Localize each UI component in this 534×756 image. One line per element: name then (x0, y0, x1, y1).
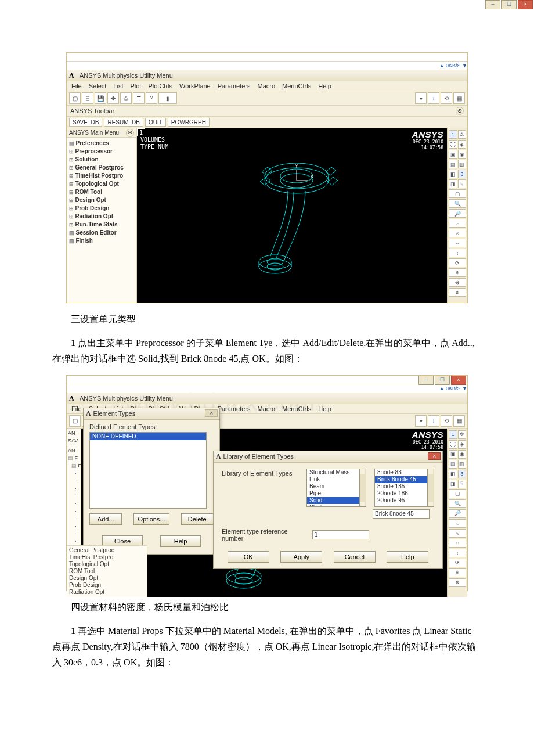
pan-ud-b-icon[interactable]: ↕ (449, 549, 466, 557)
tree-timehist-postpro[interactable]: TimeHist Postpro (69, 172, 134, 180)
quit-button[interactable]: QUIT (145, 118, 166, 127)
lib-type-4[interactable]: 20node 95 (375, 497, 427, 504)
zoom-in-icon[interactable]: 🔍 (449, 199, 466, 208)
tree3-rom[interactable]: ROM Tool (69, 568, 145, 575)
tree2-leaf6[interactable]: · (68, 507, 80, 515)
view-obl-b-icon[interactable]: ◈ (458, 440, 467, 449)
menu-macro[interactable]: Macro (258, 82, 276, 89)
zoom-win-icon[interactable]: ⌕ (449, 219, 466, 228)
tree2-leaf4[interactable]: · (68, 492, 80, 500)
tree-general-postproc[interactable]: General Postproc (69, 164, 134, 172)
lib-type-3[interactable]: 20node 186 (375, 490, 427, 497)
tree3-rad[interactable]: Radiation Opt (69, 589, 145, 596)
tree3-timehist[interactable]: TimeHist Postpro (69, 554, 145, 561)
tree-radiation-opt[interactable]: Radiation Opt (69, 213, 134, 221)
view-left-icon[interactable]: ◧ (449, 170, 457, 178)
menu-file-2[interactable]: File (71, 405, 82, 412)
rotate-b-icon[interactable]: ⟳ (449, 559, 466, 567)
view-right-icon[interactable]: ◨ (449, 179, 457, 188)
lib-cancel-button[interactable]: Cancel (334, 551, 376, 563)
new-icon[interactable]: ▢ (69, 92, 81, 104)
tree-preprocessor[interactable]: Preprocessor (69, 147, 134, 156)
menu-parameters-2[interactable]: Parameters (218, 405, 251, 412)
view-3-b[interactable]: 3 (458, 470, 467, 478)
view-3[interactable]: 3 (458, 170, 467, 178)
tree2-leaf8[interactable]: · (68, 523, 80, 530)
lib-help-button[interactable]: Help (387, 551, 428, 563)
raise-hidden-icon-2[interactable]: ↕ (428, 415, 439, 427)
tree2-leaf2[interactable]: · (68, 477, 80, 485)
view-box-icon[interactable]: ▢ (449, 189, 466, 198)
rotate-icon[interactable]: ⟳ (449, 258, 466, 267)
tree2-leaf1[interactable]: · (68, 470, 80, 477)
et-help-button[interactable]: Help (160, 535, 201, 547)
zoom-back-b-icon[interactable]: ⍉ (449, 529, 466, 538)
view-right-b-icon[interactable]: ◨ (449, 480, 457, 488)
powrgrph-button[interactable]: POWRGRPH (168, 118, 210, 127)
command-input[interactable]: ▮ (158, 92, 177, 104)
resum-db-button[interactable]: RESUM_DB (104, 118, 143, 127)
view-pick-b-icon[interactable]: ☟ (458, 480, 467, 488)
rate-down-icon[interactable]: ⇟ (449, 288, 466, 297)
tree2-leaf7[interactable]: · (68, 515, 80, 523)
zoom-back-icon[interactable]: ⍉ (449, 229, 466, 237)
tree-solution[interactable]: Solution (69, 156, 134, 164)
window-maximize-2[interactable]: ☐ (435, 376, 450, 385)
lib-ok-button[interactable]: OK (228, 551, 269, 563)
view-oblique-icon[interactable]: ◈ (458, 140, 467, 149)
zoom-in-b-icon[interactable]: 🔍 (449, 499, 466, 508)
tree-preferences[interactable]: Preferences (69, 139, 134, 147)
lib-type-1[interactable]: Brick 8node 45 (375, 476, 427, 483)
et-none-defined[interactable]: NONE DEFINED (90, 433, 206, 440)
pan-lr-b-icon[interactable]: ↔ (449, 539, 466, 548)
menu-list[interactable]: List (113, 82, 123, 89)
toolbar-collapse-icon[interactable]: ⦿ (456, 107, 464, 115)
et-delete-button[interactable]: Delete (181, 513, 214, 525)
view-iso-b-icon[interactable]: ✲ (458, 430, 467, 439)
tree-finish[interactable]: Finish (69, 237, 134, 245)
menu-workplane[interactable]: WorkPlane (179, 82, 211, 89)
tree-runtime-stats[interactable]: Run-Time Stats (69, 221, 134, 229)
save-db-button[interactable]: SAVE_DB (69, 118, 102, 127)
contact-icon-2[interactable]: ▦ (453, 415, 465, 427)
rate-up-icon[interactable]: ⇞ (449, 268, 466, 277)
lib-close-icon[interactable]: ✕ (428, 452, 441, 460)
lib-cat-link[interactable]: Link (307, 476, 359, 483)
lib-apply-button[interactable]: Apply (280, 551, 322, 563)
menu-menuctrls-2[interactable]: MenuCtrls (282, 405, 311, 412)
dropdown-icon-2[interactable]: ▾ (415, 415, 427, 427)
main-menu-collapse-icon[interactable]: ⦿ (126, 129, 134, 137)
lib-type-0[interactable]: 8node 83 (375, 469, 427, 476)
tree2-leaf5[interactable]: · (68, 500, 80, 507)
view-bot-b-icon[interactable]: ▥ (458, 460, 467, 469)
rate-up-b-icon[interactable]: ⇞ (449, 568, 466, 577)
menu-plot[interactable]: Plot (130, 82, 141, 89)
view-isometric-icon[interactable]: ✲ (458, 130, 467, 139)
window-close[interactable]: × (518, 0, 533, 9)
lib-category-list[interactable]: Structural Mass Link Beam Pipe Solid She… (306, 469, 360, 507)
view-left-b-icon[interactable]: ◧ (449, 470, 457, 478)
contact-icon[interactable]: ▦ (453, 92, 465, 104)
new-icon-2[interactable]: ▢ (69, 415, 81, 427)
tree2-leaf9[interactable]: · (68, 530, 80, 538)
raise-hidden-icon[interactable]: ↕ (428, 92, 439, 104)
tree3-topo[interactable]: Topological Opt (69, 561, 145, 568)
view-pick-icon[interactable]: ☟ (458, 179, 467, 188)
reset-icon-2[interactable]: ⟲ (441, 415, 452, 427)
lib-cat-scroll[interactable] (360, 469, 366, 507)
open-icon[interactable]: ⌸ (82, 92, 93, 104)
view-top-b-icon[interactable]: ▤ (449, 460, 457, 469)
window-close-2[interactable]: × (451, 376, 466, 385)
menu-help[interactable]: Help (318, 82, 331, 89)
et-add-button[interactable]: Add... (89, 513, 122, 525)
tree-session-editor[interactable]: Session Editor (69, 229, 134, 237)
view-fit-b-icon[interactable]: ⛶ (449, 440, 457, 449)
tree3-design[interactable]: Design Opt (69, 575, 145, 582)
menu-plotctrls[interactable]: PlotCtrls (148, 82, 172, 89)
tree-prob-design[interactable]: Prob Design (69, 204, 134, 213)
tree2-f2[interactable]: F (68, 462, 80, 470)
view-front-icon[interactable]: ▣ (449, 150, 457, 159)
lib-cat-solid[interactable]: Solid (307, 497, 359, 504)
menu-menuctrls[interactable]: MenuCtrls (282, 82, 311, 89)
lib-cat-mass[interactable]: Structural Mass (307, 469, 359, 476)
